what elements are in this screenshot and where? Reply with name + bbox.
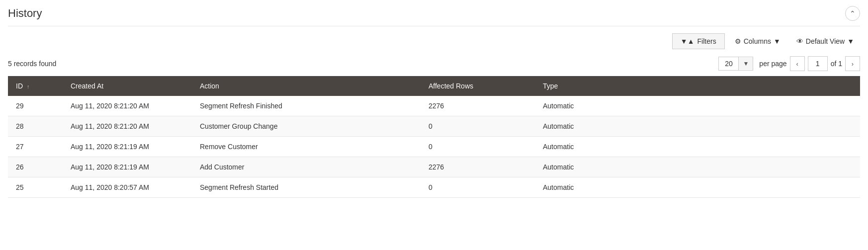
cell-id: 26 xyxy=(8,157,63,177)
table-row: 29Aug 11, 2020 8:21:20 AMSegment Refresh… xyxy=(8,96,860,116)
per-page-label: per page xyxy=(759,60,786,68)
cell-created_at: Aug 11, 2020 8:20:57 AM xyxy=(63,177,192,198)
cell-action: Segment Refresh Finished xyxy=(192,96,421,116)
column-header-action[interactable]: Action xyxy=(192,76,421,96)
cell-id: 27 xyxy=(8,137,63,157)
columns-label: Columns xyxy=(744,37,771,45)
cell-action: Segment Refresh Started xyxy=(192,177,421,198)
cell-created_at: Aug 11, 2020 8:21:20 AM xyxy=(63,96,192,116)
cell-created_at: Aug 11, 2020 8:21:19 AM xyxy=(63,137,192,157)
cell-type: Automatic xyxy=(535,177,860,198)
page-title: History xyxy=(8,7,42,20)
toolbar: ▼▲ Filters ⚙ Columns ▼ 👁 Default View ▼ xyxy=(8,26,860,54)
cell-id: 29 xyxy=(8,96,63,116)
filters-label: Filters xyxy=(697,37,716,45)
table-row: 27Aug 11, 2020 8:21:19 AMRemove Customer… xyxy=(8,137,860,157)
chevron-down-icon: ▼ xyxy=(774,37,781,45)
columns-button[interactable]: ⚙ Columns ▼ xyxy=(729,34,786,49)
next-page-button[interactable]: › xyxy=(845,56,860,71)
cell-type: Automatic xyxy=(535,116,860,137)
view-button[interactable]: 👁 Default View ▼ xyxy=(790,34,860,49)
pagination-controls: 20 ▼ per page ‹ of 1 › xyxy=(718,56,860,71)
per-page-dropdown-arrow[interactable]: ▼ xyxy=(739,58,753,70)
records-pagination-row: 5 records found 20 ▼ per page ‹ of 1 › xyxy=(8,54,860,76)
page-of-total: of 1 xyxy=(831,60,842,68)
records-found: 5 records found xyxy=(8,60,56,68)
cell-created_at: Aug 11, 2020 8:21:19 AM xyxy=(63,157,192,177)
column-header-created-at[interactable]: Created At xyxy=(63,76,192,96)
view-label: Default View xyxy=(806,37,845,45)
per-page-value: 20 xyxy=(719,57,739,70)
cell-action: Add Customer xyxy=(192,157,421,177)
table-row: 26Aug 11, 2020 8:21:19 AMAdd Customer227… xyxy=(8,157,860,177)
page-container: History ⌃ ▼▲ Filters ⚙ Columns ▼ 👁 Defau… xyxy=(0,0,868,250)
table-header: ID ↑ Created At Action Affected Rows Typ… xyxy=(8,76,860,96)
cell-affected_rows: 2276 xyxy=(421,157,535,177)
table-header-row: ID ↑ Created At Action Affected Rows Typ… xyxy=(8,76,860,96)
per-page-select: 20 ▼ xyxy=(718,57,753,71)
table-row: 28Aug 11, 2020 8:21:20 AMCustomer Group … xyxy=(8,116,860,137)
column-header-affected-rows[interactable]: Affected Rows xyxy=(421,76,535,96)
cell-type: Automatic xyxy=(535,96,860,116)
sort-icon-id: ↑ xyxy=(27,83,30,89)
cell-id: 28 xyxy=(8,116,63,137)
column-header-id[interactable]: ID ↑ xyxy=(8,76,63,96)
eye-icon: 👁 xyxy=(796,37,803,45)
gear-icon: ⚙ xyxy=(735,37,741,45)
collapse-button[interactable]: ⌃ xyxy=(845,6,860,21)
table-row: 25Aug 11, 2020 8:20:57 AMSegment Refresh… xyxy=(8,177,860,198)
cell-action: Customer Group Change xyxy=(192,116,421,137)
filter-icon: ▼▲ xyxy=(681,37,694,45)
cell-created_at: Aug 11, 2020 8:21:20 AM xyxy=(63,116,192,137)
cell-affected_rows: 0 xyxy=(421,137,535,157)
chevron-down-icon-view: ▼ xyxy=(847,37,854,45)
cell-affected_rows: 2276 xyxy=(421,96,535,116)
chevron-up-icon: ⌃ xyxy=(850,9,856,17)
cell-type: Automatic xyxy=(535,157,860,177)
filters-button[interactable]: ▼▲ Filters xyxy=(672,33,725,49)
previous-page-button[interactable]: ‹ xyxy=(790,56,805,71)
history-table: ID ↑ Created At Action Affected Rows Typ… xyxy=(8,76,860,198)
cell-action: Remove Customer xyxy=(192,137,421,157)
table-body: 29Aug 11, 2020 8:21:20 AMSegment Refresh… xyxy=(8,96,860,198)
cell-id: 25 xyxy=(8,177,63,198)
current-page-input[interactable] xyxy=(808,56,828,71)
cell-affected_rows: 0 xyxy=(421,177,535,198)
cell-type: Automatic xyxy=(535,137,860,157)
column-header-type[interactable]: Type xyxy=(535,76,860,96)
page-header: History ⌃ xyxy=(8,6,860,26)
cell-affected_rows: 0 xyxy=(421,116,535,137)
